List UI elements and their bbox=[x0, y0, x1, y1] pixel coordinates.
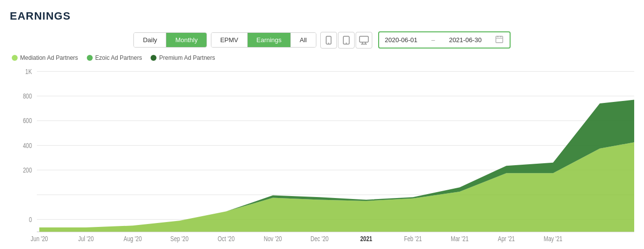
svg-text:Nov '20: Nov '20 bbox=[264, 235, 282, 243]
svg-text:May '21: May '21 bbox=[543, 235, 562, 243]
legend-dot-mediation bbox=[12, 55, 18, 61]
svg-rect-4 bbox=[360, 36, 368, 42]
svg-text:Mar '21: Mar '21 bbox=[451, 235, 468, 243]
date-range-picker[interactable]: 2020-06-01 – 2021-06-30 bbox=[378, 31, 511, 49]
legend-dot-premium bbox=[151, 55, 156, 61]
svg-text:400: 400 bbox=[23, 142, 32, 149]
calendar-icon bbox=[495, 35, 503, 45]
legend-item-ezoic: Ezoic Ad Partners bbox=[87, 54, 142, 61]
svg-point-3 bbox=[346, 43, 347, 44]
time-button-group: Daily Monthly bbox=[133, 32, 206, 48]
earnings-page: EARNINGS Daily Monthly EPMV Earnings All bbox=[0, 0, 644, 249]
svg-text:Jul '20: Jul '20 bbox=[78, 235, 94, 243]
svg-rect-8 bbox=[496, 36, 503, 43]
svg-text:1K: 1K bbox=[26, 68, 32, 75]
earnings-button[interactable]: Earnings bbox=[248, 33, 291, 47]
svg-text:Apr '21: Apr '21 bbox=[498, 235, 515, 243]
ezoic-area bbox=[39, 142, 634, 232]
device-icon-group bbox=[320, 32, 372, 49]
page-title: EARNINGS bbox=[10, 10, 634, 23]
svg-text:2021: 2021 bbox=[360, 235, 372, 243]
legend-label-ezoic: Ezoic Ad Partners bbox=[95, 54, 142, 61]
svg-text:Jun '20: Jun '20 bbox=[31, 235, 48, 243]
metric-button-group: EPMV Earnings All bbox=[211, 32, 316, 48]
svg-text:600: 600 bbox=[23, 117, 32, 124]
all-button[interactable]: All bbox=[291, 33, 315, 47]
date-start: 2020-06-01 bbox=[385, 36, 418, 44]
chart-svg: 1K 800 600 400 200 0 Jun '20 Jul '20 Aug… bbox=[10, 65, 634, 244]
svg-text:Sep '20: Sep '20 bbox=[170, 235, 188, 243]
svg-text:Dec '20: Dec '20 bbox=[310, 235, 329, 243]
legend-label-premium: Premium Ad Partners bbox=[159, 54, 215, 61]
svg-text:200: 200 bbox=[23, 167, 32, 174]
legend-item-premium: Premium Ad Partners bbox=[151, 54, 215, 61]
chart-legend: Mediation Ad Partners Ezoic Ad Partners … bbox=[12, 54, 634, 61]
svg-text:0: 0 bbox=[29, 216, 32, 224]
epmv-button[interactable]: EPMV bbox=[211, 33, 248, 47]
monthly-button[interactable]: Monthly bbox=[166, 33, 206, 47]
svg-text:800: 800 bbox=[23, 93, 32, 100]
daily-button[interactable]: Daily bbox=[134, 33, 166, 47]
svg-text:Feb '21: Feb '21 bbox=[404, 235, 422, 243]
legend-dot-ezoic bbox=[87, 55, 93, 61]
date-end: 2021-06-30 bbox=[449, 36, 482, 44]
date-dash: – bbox=[432, 36, 435, 44]
svg-text:Oct '20: Oct '20 bbox=[218, 235, 235, 243]
tablet-icon[interactable] bbox=[338, 32, 355, 49]
legend-item-mediation: Mediation Ad Partners bbox=[12, 54, 78, 61]
desktop-icon[interactable] bbox=[356, 32, 372, 49]
svg-text:Aug '20: Aug '20 bbox=[124, 235, 142, 243]
earnings-chart: 1K 800 600 400 200 0 Jun '20 Jul '20 Aug… bbox=[10, 65, 634, 244]
controls-row: Daily Monthly EPMV Earnings All bbox=[10, 31, 634, 49]
legend-label-mediation: Mediation Ad Partners bbox=[20, 54, 78, 61]
mobile-icon[interactable] bbox=[320, 32, 337, 49]
svg-point-1 bbox=[328, 43, 329, 44]
